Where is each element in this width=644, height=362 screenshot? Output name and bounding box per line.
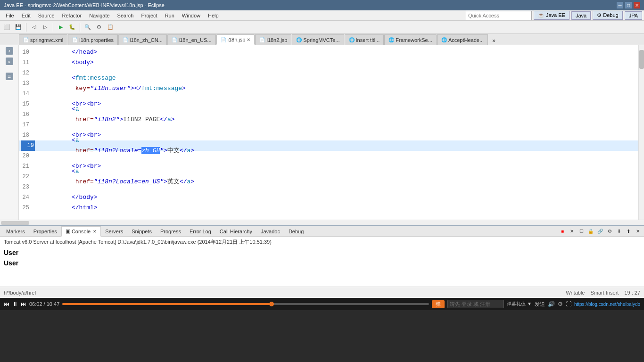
barrage-send-btn[interactable]: 发送 xyxy=(535,301,545,308)
total-time: 10:47 xyxy=(47,301,60,307)
toolbar-misc1[interactable]: ⚙ xyxy=(94,22,104,33)
status-writable[interactable]: Writable xyxy=(566,290,585,296)
panel-tab-servers[interactable]: Servers xyxy=(101,226,127,237)
tab-insert-titl[interactable]: 🌐 Insert titl... xyxy=(345,34,384,45)
video-time: 06:02 / 10:47 xyxy=(29,301,59,307)
menu-source[interactable]: Source xyxy=(34,12,58,19)
toolbar-new[interactable]: ⬜ xyxy=(2,22,12,33)
editor-left-margin: J u ☰ xyxy=(0,45,19,220)
code-line-19: 19 <a href="i18n?Locale=zh_GH">中文</a> xyxy=(19,140,638,151)
toolbar-run[interactable]: ▶ xyxy=(56,22,66,33)
panel-scroll-lock-btn[interactable]: 🔒 xyxy=(586,227,595,236)
menu-navigate[interactable]: Navigate xyxy=(85,12,113,19)
panel-minimize-btn[interactable]: ⬇ xyxy=(615,227,623,236)
perspective-java-ee[interactable]: ☕ Java EE xyxy=(534,11,570,20)
tab-icon-i18n2-jsp: 📄 xyxy=(259,37,265,42)
panel-tab-progress[interactable]: Progress xyxy=(156,226,185,237)
barrage-encoding-btn[interactable]: 弹幕礼仪 ▼ xyxy=(507,301,532,307)
video-play-btn[interactable]: ⏸ xyxy=(12,301,18,307)
smart-insert-label: Smart Insert xyxy=(590,290,619,296)
panel-tab-markers[interactable]: Markers xyxy=(2,226,29,237)
website-url: https://blog.csdn.net/sheibaiydo xyxy=(574,302,640,307)
panel-tab-properties[interactable]: Properties xyxy=(29,226,61,237)
tab-framework-se[interactable]: 🌐 FrameworkSe... xyxy=(384,34,437,45)
fullscreen-icon[interactable]: ⛶ xyxy=(566,301,571,307)
panel-tab-console[interactable]: ▣ Console ✕ xyxy=(61,226,101,237)
line-num-24: 24 xyxy=(21,192,35,203)
tab-i18n-zh-cn[interactable]: 📄 i18n_zh_CN... xyxy=(118,34,167,45)
video-next-btn[interactable]: ⏭ xyxy=(21,301,26,307)
tab-overflow[interactable]: » xyxy=(489,36,498,45)
menu-window[interactable]: Window xyxy=(178,12,204,19)
menu-project[interactable]: Project xyxy=(137,12,161,19)
tab-springmvc-te[interactable]: 🌐 SpringMVCTe... xyxy=(292,34,344,45)
panel-tab-javadoc[interactable]: Javadoc xyxy=(256,226,284,237)
toolbar-back[interactable]: ◁ xyxy=(29,22,39,33)
line-num-25: 25 xyxy=(21,203,35,213)
tab-i18n-jsp[interactable]: 📄 i18n.jsp ✕ xyxy=(216,34,255,45)
video-pop-btn[interactable]: 弹 xyxy=(432,300,445,308)
tab-i18n-en-us[interactable]: 📄 i18n_en_US... xyxy=(167,34,216,45)
perspective-debug[interactable]: ⚙ Debug xyxy=(593,11,622,20)
maximize-button[interactable]: □ xyxy=(625,2,632,8)
minimize-button[interactable]: ─ xyxy=(617,2,623,8)
menu-run[interactable]: Run xyxy=(161,12,178,19)
toolbar-debug[interactable]: 🐛 xyxy=(67,22,77,33)
panel-link-btn[interactable]: 🔗 xyxy=(596,227,604,236)
toolbar-save[interactable]: 💾 xyxy=(13,22,24,33)
tab-springmvc-xml[interactable]: 📄 springmvc.xml xyxy=(19,34,67,45)
video-progress-bar[interactable] xyxy=(62,303,429,305)
tab-label-i18n-props: i18n.properties xyxy=(79,37,114,43)
status-smart-insert[interactable]: Smart Insert xyxy=(590,290,619,296)
toolbar-forward[interactable]: ▷ xyxy=(40,22,50,33)
close-button[interactable]: ✕ xyxy=(634,2,640,8)
horizontal-scrollbar[interactable] xyxy=(0,220,644,225)
barrage-input[interactable] xyxy=(447,300,504,308)
line-num-18: 18 xyxy=(21,130,35,140)
perspective-java[interactable]: Java xyxy=(571,11,591,20)
toolbar-misc2[interactable]: 📋 xyxy=(105,22,116,33)
panel-maximize-btn[interactable]: ⬆ xyxy=(624,227,633,236)
menu-file[interactable]: File xyxy=(2,12,18,19)
panel-tab-call-hierarchy[interactable]: Call Hierarchy xyxy=(215,226,256,237)
tab-label-springmvc-te: SpringMVCTe... xyxy=(303,37,339,43)
video-prev-btn[interactable]: ⏮ xyxy=(4,301,9,307)
menu-edit[interactable]: Edit xyxy=(18,12,34,19)
panel-tab-console-label: Console xyxy=(72,229,91,234)
console-output: User User xyxy=(4,247,640,269)
tab-close-i18n-jsp[interactable]: ✕ xyxy=(247,37,250,42)
menu-refactor[interactable]: Refactor xyxy=(58,12,86,19)
status-position[interactable]: 19 : 27 xyxy=(624,290,640,296)
output-line-2: User xyxy=(4,258,640,268)
settings-icon[interactable]: ⚙ xyxy=(558,301,563,307)
code-content: 10 </head> 11 <body> 12 13 xyxy=(19,45,638,215)
panel-settings-btn[interactable]: ⚙ xyxy=(605,227,614,236)
editor-area: J u ☰ 10 </head> 11 <body> 12 xyxy=(0,45,644,220)
perspective-jpa[interactable]: JPA xyxy=(625,11,642,20)
panel-tab-debug[interactable]: Debug xyxy=(284,226,308,237)
line-num-21: 21 xyxy=(21,161,35,172)
panel-tabs: Markers Properties ▣ Console ✕ Servers S… xyxy=(0,226,644,237)
tab-accept-heade[interactable]: 🌐 AcceptHeade... xyxy=(437,34,488,45)
tab-i18n-properties[interactable]: 📄 i18n.properties xyxy=(68,34,118,45)
tab-icon-framework-se: 🌐 xyxy=(388,37,394,42)
editor-scrollbar[interactable] xyxy=(638,45,644,220)
panel-stop-btn[interactable]: ■ xyxy=(558,227,567,236)
tab-label-en-us: i18n_en_US... xyxy=(179,37,212,43)
tab-label-zh-cn: i18n_zh_CN... xyxy=(130,37,163,43)
toolbar-search[interactable]: 🔍 xyxy=(83,22,93,33)
quick-access-input[interactable] xyxy=(466,11,532,20)
panel-clear-btn[interactable]: ☐ xyxy=(577,227,586,236)
volume-btn[interactable]: 🔊 xyxy=(548,301,555,307)
panel-tab-snippets[interactable]: Snippets xyxy=(127,226,156,237)
menu-help[interactable]: Help xyxy=(204,12,223,19)
line-num-20: 20 xyxy=(21,151,35,161)
tab-label-springmvc: springmvc.xml xyxy=(30,37,63,43)
code-editor[interactable]: 10 </head> 11 <body> 12 13 xyxy=(19,45,638,220)
panel-terminate-btn[interactable]: ✕ xyxy=(568,227,576,236)
margin-icon-3: ☰ xyxy=(6,73,13,80)
panel-tab-error-log[interactable]: Error Log xyxy=(185,226,215,237)
menu-search[interactable]: Search xyxy=(114,12,138,19)
panel-close-view-btn[interactable]: ✕ xyxy=(634,227,642,236)
tab-i18n2-jsp[interactable]: 📄 i18n2.jsp xyxy=(255,34,291,45)
